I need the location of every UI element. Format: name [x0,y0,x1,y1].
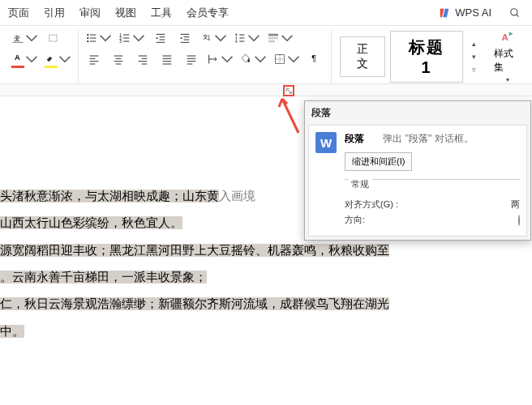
svg-text:A: A [501,32,508,42]
borders-button[interactable] [272,50,302,68]
tab-stops-button[interactable] [205,50,235,68]
bullet-list-button[interactable] [84,29,114,47]
align-row: 对齐方式(G) : 两 [345,198,520,211]
menu-vip[interactable]: 会员专享 [187,6,229,20]
line-spacing-button[interactable] [232,29,262,47]
svg-text:¶: ¶ [311,53,316,63]
character-border-button[interactable] [43,29,64,47]
svg-rect-4 [49,35,57,41]
tooltip-heading: 段落 弹出 "段落" 对话框。 [345,132,520,146]
wps-ai-logo-icon [439,7,450,19]
chevron-down-icon [99,32,112,45]
selected-text[interactable]: 山西太行山色彩缤纷，秋色宜人。 [0,216,182,229]
paragraph-tooltip: 段落 W 段落 弹出 "段落" 对话框。 缩进和间距(I) 常规 对齐方式(G)… [304,100,531,241]
numbered-list-button[interactable]: 123 [117,29,147,47]
tooltip-app-icon: W [315,132,337,153]
tooltip-indent-tab[interactable]: 缩进和间距(I) [345,152,412,171]
selected-text[interactable]: 中。 [0,325,24,338]
align-value[interactable]: 两 [511,198,520,211]
menu-tools[interactable]: 工具 [151,6,172,20]
svg-point-6 [87,34,88,36]
chevron-down-icon [247,32,260,45]
selected-text[interactable]: 仁，秋日云海景观浩瀚缥缈；新疆额尔齐斯河流域，成群候鸟飞翔在湖光 [0,297,389,310]
selected-text[interactable]: 源宽阔稻田迎丰收；黑龙江黑河田野上大豆摇铃、机器轰鸣，秋粮收购至 [0,244,389,257]
show-marks-button[interactable]: ¶ [305,50,326,68]
dialog-launcher-icon [285,87,292,94]
chevron-down-icon [25,53,38,66]
text-direction-button[interactable]: 文 [199,29,229,47]
chevron-down-icon [25,32,38,45]
svg-point-8 [87,37,88,39]
svg-text:文: 文 [203,34,208,40]
chevron-down-icon [58,53,71,66]
svg-rect-30 [268,34,278,36]
menu-page[interactable]: 页面 [8,6,29,20]
menu-review[interactable]: 审阅 [79,6,101,20]
search-icon [509,7,521,19]
paragraph-dialog-launcher[interactable] [283,85,294,96]
svg-text:A: A [15,53,20,61]
tooltip-title: 段落 [305,101,530,125]
decrease-indent-button[interactable] [150,29,171,47]
shading-button[interactable] [238,50,268,68]
font-group: 变 A [5,29,79,83]
search-button[interactable] [506,4,524,22]
svg-line-1 [517,14,519,16]
svg-rect-31 [268,37,278,40]
highlight-color-button[interactable] [43,50,73,68]
style-heading1[interactable]: 标题 1 [390,31,463,83]
chevron-down-icon [132,32,145,45]
style-next-button[interactable]: ▾ [468,51,479,62]
paragraph-group: 123 文 ¶ [79,29,332,83]
direction-radio[interactable] [518,215,520,226]
align-center-button[interactable] [108,50,129,68]
style-normal[interactable]: 正文 [340,36,385,77]
tooltip-group-label: 常规 [348,179,372,189]
chevron-down-icon [214,32,227,45]
align-right-button[interactable] [132,50,153,68]
style-gallery-button[interactable]: ▿ [468,64,479,75]
chevron-down-icon [221,53,234,66]
align-distribute-button[interactable] [181,50,202,68]
style-prev-button[interactable]: ▴ [468,38,479,49]
increase-indent-button[interactable] [174,29,195,47]
menu-reference[interactable]: 引用 [44,6,65,20]
chevron-down-icon [281,32,294,45]
paragraph-layout-button[interactable] [265,29,295,47]
ribbon-launcher-row [0,83,532,96]
svg-point-10 [87,40,88,42]
direction-row: 方向: [345,214,520,226]
wps-ai-button[interactable]: WPS AI [439,6,491,19]
chevron-down-icon [254,53,267,66]
menubar: 页面 引用 审阅 视图 工具 会员专享 WPS AI [0,0,532,26]
svg-point-0 [511,8,517,15]
chevron-down-icon [287,53,300,66]
styles-group: 正文 标题 1 ▴ ▾ ▿ [332,29,487,83]
selected-text[interactable]: 头渚秋意渐浓，与太湖相映成趣；山东黄 [0,190,219,202]
svg-text:3: 3 [119,40,122,44]
menu-view[interactable]: 视图 [115,6,136,20]
font-color-button[interactable]: A [10,50,40,68]
align-justify-button[interactable] [157,50,178,68]
styleset-icon: A [500,29,516,45]
phonetic-guide-button[interactable]: 变 [10,29,40,47]
svg-text:变: 变 [14,35,20,42]
svg-rect-32 [268,40,275,43]
selected-text[interactable]: 。云南永善千亩梯田，一派丰收景象； [0,271,207,284]
styleset-group[interactable]: A 样式集 ▾ [487,29,527,83]
toolbar: 变 A 123 文 ¶ 正文 [0,26,532,83]
align-left-button[interactable] [84,50,105,68]
